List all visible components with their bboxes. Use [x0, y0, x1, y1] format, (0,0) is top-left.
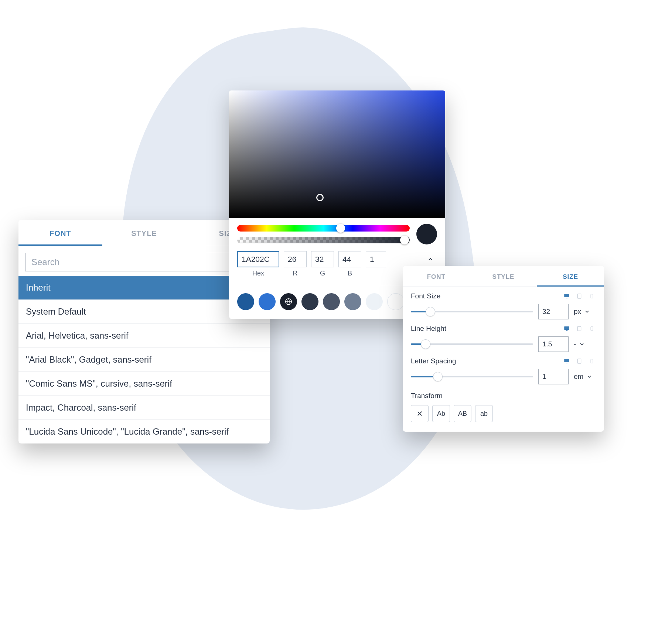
desktop-icon[interactable] [563, 357, 571, 365]
transform-uppercase-button[interactable]: AB [454, 405, 471, 422]
preset-swatch[interactable] [344, 293, 361, 310]
font-size-unit-select[interactable]: px [574, 304, 596, 319]
tab-style[interactable]: STYLE [470, 266, 537, 287]
mobile-icon[interactable] [588, 292, 596, 300]
unit-label: em [574, 373, 583, 381]
unit-label: px [574, 308, 581, 316]
svg-rect-11 [577, 359, 581, 363]
preset-swatch-global[interactable] [280, 293, 297, 310]
chevron-down-icon [579, 341, 585, 347]
chevron-down-icon [584, 309, 590, 315]
transform-label: Transform [411, 392, 596, 400]
responsive-toggles [563, 325, 596, 332]
svg-rect-8 [591, 327, 593, 331]
search-placeholder: Search [31, 257, 59, 267]
line-height-slider[interactable] [411, 340, 533, 349]
desktop-icon[interactable] [563, 325, 571, 332]
chevron-down-icon [586, 374, 592, 380]
tablet-icon[interactable] [575, 292, 583, 300]
line-height-unit-select[interactable]: - [574, 336, 596, 352]
transform-capitalize-button[interactable]: Ab [432, 405, 450, 422]
tab-style[interactable]: STYLE [102, 220, 186, 246]
size-panel: FONT STYLE SIZE Font Size px [403, 266, 604, 432]
alpha-handle[interactable] [400, 236, 409, 244]
r-input[interactable] [284, 251, 307, 267]
r-label: R [293, 270, 298, 277]
preset-swatch[interactable] [366, 293, 383, 310]
mobile-icon[interactable] [588, 325, 596, 332]
g-input[interactable] [311, 251, 334, 267]
tab-font[interactable]: FONT [18, 220, 102, 246]
font-size-input[interactable] [538, 304, 569, 319]
preset-swatch[interactable] [323, 293, 340, 310]
font-option[interactable]: Impact, Charcoal, sans-serif [18, 395, 270, 419]
line-height-label: Line Height [411, 325, 446, 333]
svg-rect-9 [564, 359, 569, 362]
close-icon [416, 410, 423, 417]
hex-input[interactable] [237, 251, 279, 267]
tab-font[interactable]: FONT [403, 266, 470, 287]
globe-icon [284, 298, 293, 306]
b-input[interactable] [338, 251, 361, 267]
prop-line-height: Line Height - [403, 319, 604, 352]
tablet-icon[interactable] [575, 357, 583, 365]
responsive-toggles [563, 357, 596, 365]
transform-none-button[interactable] [411, 405, 429, 422]
alpha-input[interactable] [366, 251, 386, 267]
b-label: B [348, 270, 352, 277]
responsive-toggles [563, 292, 596, 300]
g-label: G [320, 270, 325, 277]
color-sliders [229, 218, 445, 244]
letter-spacing-label: Letter Spacing [411, 357, 456, 365]
preset-swatch[interactable] [237, 293, 254, 310]
desktop-icon[interactable] [563, 292, 571, 300]
svg-rect-4 [591, 294, 593, 298]
transform-lowercase-button[interactable]: ab [475, 405, 493, 422]
size-panel-tabs: FONT STYLE SIZE [403, 266, 604, 287]
hex-label: Hex [252, 270, 264, 277]
font-size-slider[interactable] [411, 307, 533, 316]
preset-swatch[interactable] [387, 293, 404, 310]
chevron-up-icon [427, 256, 433, 262]
font-size-label: Font Size [411, 292, 440, 300]
letter-spacing-input[interactable] [538, 369, 569, 384]
svg-rect-7 [577, 326, 581, 331]
svg-rect-5 [564, 326, 569, 330]
color-format-toggle[interactable] [424, 251, 437, 267]
svg-rect-1 [564, 294, 569, 297]
font-option[interactable]: "Arial Black", Gadget, sans-serif [18, 347, 270, 371]
svg-rect-2 [566, 298, 568, 299]
letter-spacing-slider[interactable] [411, 372, 533, 381]
preset-swatch[interactable] [301, 293, 318, 310]
hue-slider[interactable] [237, 225, 410, 232]
prop-font-size: Font Size px [403, 287, 604, 319]
font-option[interactable]: "Lucida Sans Unicode", "Lucida Grande", … [18, 419, 270, 443]
line-height-input[interactable] [538, 336, 569, 352]
font-option[interactable]: Arial, Helvetica, sans-serif [18, 323, 270, 347]
font-search-input[interactable]: Search [25, 253, 263, 271]
svg-rect-12 [591, 359, 593, 363]
svg-rect-6 [566, 330, 568, 331]
svg-rect-10 [566, 363, 568, 364]
prop-transform: Transform Ab AB ab [403, 384, 604, 432]
saturation-lightness-area[interactable] [229, 90, 445, 218]
unit-label: - [574, 340, 576, 348]
saturation-handle[interactable] [316, 194, 324, 201]
tab-size[interactable]: SIZE [537, 266, 604, 287]
letter-spacing-unit-select[interactable]: em [574, 369, 596, 384]
tablet-icon[interactable] [575, 325, 583, 332]
current-color-swatch [416, 224, 437, 244]
mobile-icon[interactable] [588, 357, 596, 365]
hue-handle[interactable] [336, 224, 345, 233]
font-option[interactable]: "Comic Sans MS", cursive, sans-serif [18, 371, 270, 395]
prop-letter-spacing: Letter Spacing em [403, 352, 604, 384]
svg-rect-3 [577, 294, 581, 298]
preset-swatch[interactable] [259, 293, 276, 310]
alpha-slider[interactable] [237, 237, 410, 243]
